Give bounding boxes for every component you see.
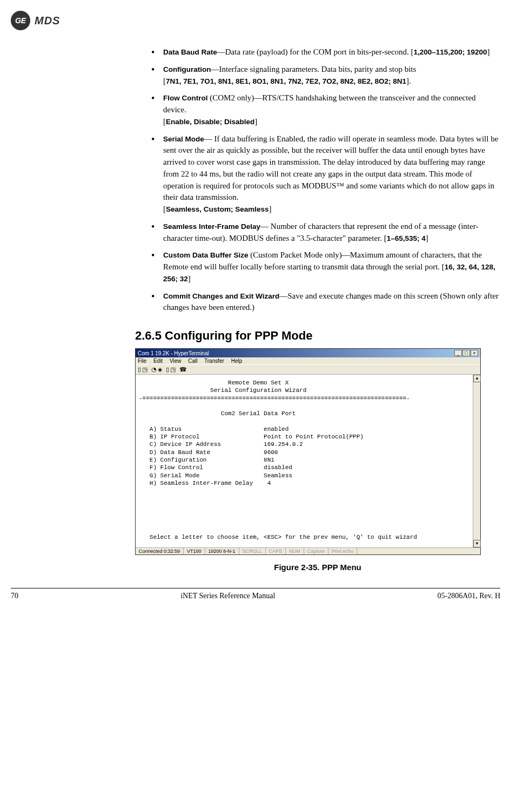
terminal-output: ▲▼ Remote Demo Set X Serial Configuratio… <box>136 375 480 547</box>
menu-edit[interactable]: Edit <box>153 358 163 364</box>
hyperterminal-screenshot: Com 1 19.2K - HyperTerminal _□× File Edi… <box>135 348 481 555</box>
body-content: Data Baud Rate—Data rate (payload) for t… <box>151 46 500 314</box>
item-flow-control: Flow Control (COM2 only)—RTS/CTS handsha… <box>151 92 500 127</box>
doc-revision: 05-2806A01, Rev. H <box>437 592 500 600</box>
status-scroll: SCROLL <box>239 548 266 554</box>
term-label: Seamless Inter-Frame Delay <box>163 222 260 231</box>
page-header: GE MDS <box>11 11 500 30</box>
term-label: Custom Data Buffer Size <box>163 251 249 259</box>
toolbar-icons[interactable]: ▯◳ ◔◈ ▯◳ ☎ <box>138 366 188 373</box>
page-footer: 70 iNET Series Reference Manual 05-2806A… <box>11 588 500 600</box>
menu-file[interactable]: File <box>138 358 146 364</box>
window-title: Com 1 19.2K - HyperTerminal <box>138 350 209 356</box>
status-caps: CAPS <box>266 548 286 554</box>
item-commit-changes: Commit Changes and Exit Wizard—Save and … <box>151 290 500 314</box>
item-configuration: Configuration—Interface signaling parame… <box>151 64 500 87</box>
close-icon[interactable]: × <box>471 350 478 356</box>
term-label: Commit Changes and Exit Wizard <box>163 292 279 300</box>
status-emulation: VT100 <box>184 548 205 554</box>
window-titlebar: Com 1 19.2K - HyperTerminal _□× <box>136 349 480 357</box>
item-seamless-delay: Seamless Inter-Frame Delay— Number of ch… <box>151 221 500 245</box>
menu-help[interactable]: Help <box>231 358 243 364</box>
scroll-up-icon[interactable]: ▲ <box>473 375 481 382</box>
scroll-down-icon[interactable]: ▼ <box>473 540 481 547</box>
doc-title: iNET Series Reference Manual <box>180 592 275 600</box>
status-bar: Connected 0:32:59 VT100 19200 8-N-1 SCRO… <box>136 547 480 554</box>
item-serial-mode: Serial Mode— If data buffering is Enable… <box>151 133 500 215</box>
menu-view[interactable]: View <box>170 358 182 364</box>
term-label: Configuration <box>163 65 211 73</box>
menu-call[interactable]: Call <box>188 358 197 364</box>
menubar: File Edit View Call Transfer Help <box>136 357 480 364</box>
status-capture: Capture <box>304 548 328 554</box>
term-label: Serial Mode <box>163 135 204 143</box>
status-settings: 19200 8-N-1 <box>205 548 239 554</box>
item-custom-buffer: Custom Data Buffer Size (Custom Packet M… <box>151 249 500 285</box>
toolbar: ▯◳ ◔◈ ▯◳ ☎ <box>136 364 480 375</box>
window-buttons: _□× <box>454 350 478 356</box>
figure-caption: Figure 2-35. PPP Menu <box>135 563 500 572</box>
term-label: Flow Control <box>163 94 207 102</box>
menu-transfer[interactable]: Transfer <box>204 358 224 364</box>
maximize-icon[interactable]: □ <box>462 350 470 356</box>
scrollbar[interactable]: ▲▼ <box>473 375 480 547</box>
section-heading: 2.6.5 Configuring for PPP Mode <box>135 329 500 343</box>
ge-logo-icon: GE <box>11 11 30 30</box>
page-number: 70 <box>11 592 18 600</box>
status-num: NUM <box>286 548 304 554</box>
brand-text: MDS <box>35 15 60 27</box>
status-connected: Connected 0:32:59 <box>136 548 184 554</box>
item-data-baud-rate: Data Baud Rate—Data rate (payload) for t… <box>151 46 500 58</box>
term-label: Data Baud Rate <box>163 48 217 56</box>
status-printecho: Print echo <box>328 548 358 554</box>
minimize-icon[interactable]: _ <box>454 350 462 356</box>
